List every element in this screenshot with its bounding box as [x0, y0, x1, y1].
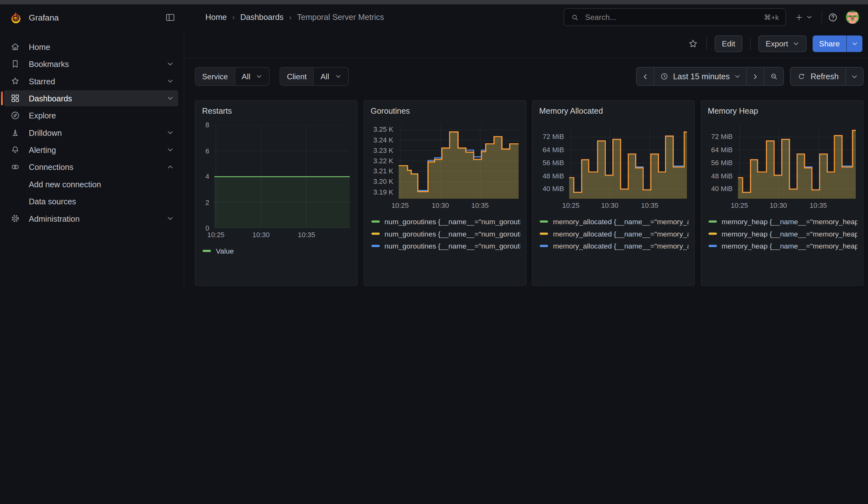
sidebar-item-label: Alerting — [29, 145, 167, 154]
sidebar-item-starred[interactable]: Starred — [4, 73, 178, 89]
legend-item[interactable]: num_goroutines {__name__="num_goroutines… — [370, 240, 520, 252]
refresh-button[interactable]: Refresh — [790, 68, 845, 85]
legend-item[interactable]: num_goroutines {__name__="num_goroutines… — [370, 215, 520, 228]
plot-area[interactable] — [738, 125, 856, 199]
time-back-button[interactable] — [637, 68, 654, 85]
legend-item[interactable]: memory_heap {__name__="memory_heap" — [707, 215, 857, 228]
sidebar-item-alerting[interactable]: Alerting — [4, 142, 178, 158]
zoom-out-icon — [769, 72, 778, 81]
y-tick-label: 3.19 K — [373, 188, 393, 196]
chevron-right-icon — [752, 73, 759, 80]
sidebar-item-explore[interactable]: Explore — [4, 107, 178, 123]
legend-series-color — [708, 245, 716, 247]
share-button-group: Share — [813, 35, 862, 52]
header-actions — [792, 10, 868, 24]
time-range-picker[interactable]: Last 15 minutes — [654, 68, 746, 85]
header-divider — [822, 11, 822, 23]
breadcrumb-item-temporal-server-metrics: Temporal Server Metrics — [297, 13, 384, 21]
legend-item[interactable]: memory_allocated {__name__="memory_alloc… — [538, 228, 689, 240]
chevron-down-icon — [167, 146, 174, 154]
legend-item[interactable]: num_goroutines {__name__="num_goroutines… — [370, 252, 520, 256]
share-menu-button[interactable] — [847, 35, 862, 52]
legend-series-label: Value — [216, 247, 352, 255]
refresh-interval-button[interactable] — [845, 68, 863, 85]
sidebar-item-connections[interactable]: Connections — [4, 159, 178, 175]
export-button[interactable]: Export — [758, 35, 806, 52]
sidebar-item-administration[interactable]: Administration — [4, 210, 178, 226]
panel-title[interactable]: Goroutines — [371, 106, 519, 117]
avatar[interactable] — [846, 10, 859, 24]
sidebar-item-bookmarks[interactable]: Bookmarks — [4, 56, 178, 72]
legend-item[interactable]: Value — [201, 245, 352, 257]
plot-area[interactable] — [214, 125, 350, 228]
edit-button[interactable]: Edit — [715, 35, 742, 52]
add-new-button[interactable] — [792, 11, 816, 23]
plot-area[interactable] — [569, 125, 687, 199]
y-tick-label: 2 — [206, 199, 209, 207]
legend-series-label: memory_heap {__name__="memory_heap" — [722, 254, 857, 256]
chevron-down-icon — [256, 73, 262, 80]
search-input[interactable] — [584, 12, 760, 22]
legend-item[interactable]: memory_heap {__name__="memory_heap" — [707, 228, 857, 240]
sidebar-item-drilldown[interactable]: Drilldown — [4, 125, 178, 141]
x-axis: 10:2510:3010:35 — [398, 202, 519, 210]
search-box[interactable]: ⌘+k — [564, 8, 786, 26]
chevron-down-icon — [167, 95, 174, 102]
y-tick-label: 3.22 K — [373, 157, 393, 165]
sidebar-item-label: Starred — [29, 77, 167, 85]
chart-area: 72 MiB64 MiB56 MiB48 MiB40 MiB10:2510:30… — [707, 125, 857, 212]
y-tick-label: 56 MiB — [542, 159, 564, 167]
client-filter[interactable]: Client All — [280, 67, 349, 86]
client-filter-selected: All — [321, 72, 329, 81]
time-range-group: Last 15 minutes — [636, 67, 784, 86]
legend-item[interactable]: memory_heap {__name__="memory_heap" — [707, 240, 857, 252]
chart-area: 72 MiB64 MiB56 MiB48 MiB40 MiB10:2510:30… — [538, 125, 689, 212]
sidebar-item-home[interactable]: Home — [4, 39, 178, 55]
legend-item[interactable]: memory_allocated {__name__="memory_alloc… — [538, 252, 689, 256]
dashboard-toolbar: Edit Export Share — [184, 30, 868, 58]
time-forward-button[interactable] — [746, 68, 764, 85]
x-tick-label: 10:25 — [562, 202, 579, 209]
dashboard-grid: Restarts0246810:2510:3010:35ValueGorouti… — [195, 100, 864, 287]
sidebar-item-data-sources[interactable]: Data sources — [4, 193, 178, 209]
service-filter-value[interactable]: All — [235, 68, 269, 85]
breadcrumb: Home›Dashboards›Temporal Server Metrics — [206, 13, 564, 21]
y-tick-label: 3.25 K — [373, 126, 393, 134]
legend-series-color — [203, 250, 211, 252]
panel-title[interactable]: Restarts — [202, 106, 350, 117]
legend-series-color — [540, 233, 548, 235]
zoom-out-button[interactable] — [764, 68, 783, 85]
service-filter[interactable]: Service All — [195, 67, 270, 86]
favorite-star-icon[interactable] — [688, 38, 699, 49]
breadcrumb-item-dashboards[interactable]: Dashboards — [240, 13, 283, 21]
compass-icon — [10, 110, 21, 121]
legend-item[interactable]: memory_allocated {__name__="memory_alloc… — [538, 240, 689, 252]
sidebar-item-add-new-connection[interactable]: Add new connection — [4, 176, 178, 192]
sidebar-item-label: Add new connection — [29, 180, 174, 188]
legend-series-color — [371, 245, 379, 247]
plot-area[interactable] — [398, 125, 519, 199]
legend-series-label: memory_allocated {__name__="memory_alloc… — [553, 254, 689, 256]
legend-series-label: num_goroutines {__name__="num_goroutines… — [384, 242, 520, 250]
legend-item[interactable]: memory_heap {__name__="memory_heap" — [707, 252, 857, 256]
sidebar-item-dashboards[interactable]: Dashboards — [4, 90, 178, 106]
breadcrumb-item-home[interactable]: Home — [206, 13, 227, 21]
share-button[interactable]: Share — [813, 35, 847, 52]
y-tick-label: 72 MiB — [542, 133, 564, 141]
panel-title[interactable]: Memory Allocated — [539, 106, 688, 117]
panel-title[interactable]: Memory Heap — [707, 106, 856, 117]
legend-item[interactable]: num_goroutines {__name__="num_goroutines… — [370, 228, 520, 240]
chevron-up-icon — [167, 163, 174, 171]
client-filter-value[interactable]: All — [314, 68, 348, 85]
y-tick-label: 8 — [206, 121, 209, 129]
chart-area: 0246810:2510:3010:35 — [201, 125, 352, 241]
panel-memory-allocated: Memory Allocated72 MiB64 MiB56 MiB48 MiB… — [532, 100, 695, 286]
legend-item[interactable]: memory_allocated {__name__="memory_alloc… — [538, 215, 689, 228]
legend-series-label: memory_allocated {__name__="memory_alloc… — [553, 229, 689, 238]
bell-icon — [10, 145, 21, 155]
service-filter-selected: All — [242, 72, 250, 81]
grafana-logo-icon[interactable] — [9, 10, 23, 24]
sidebar-toggle-icon[interactable] — [165, 12, 175, 22]
help-icon[interactable] — [828, 12, 838, 22]
x-axis: 10:2510:3010:35 — [214, 231, 350, 240]
